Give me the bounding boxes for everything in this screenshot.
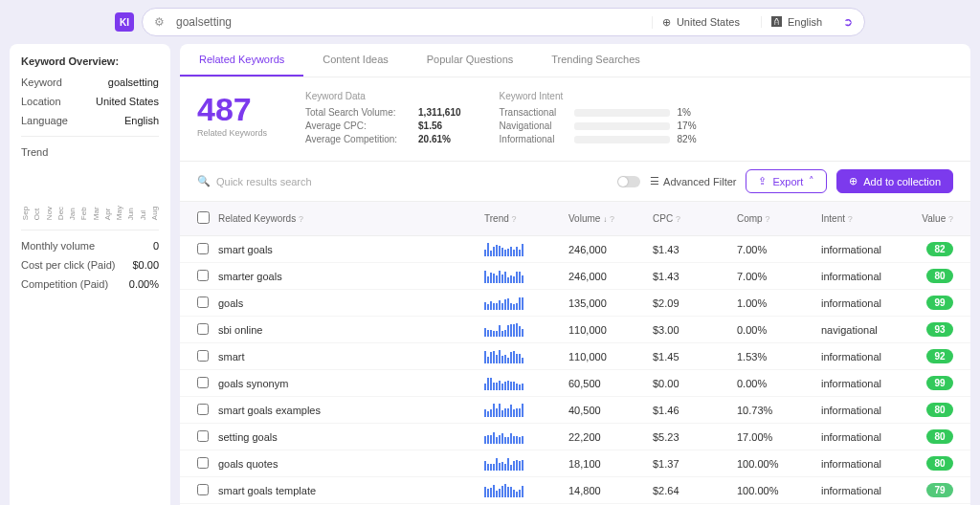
info-icon[interactable]: ? — [948, 214, 953, 224]
tab-content-ideas[interactable]: Content Ideas — [303, 44, 408, 77]
cell-intent: informational — [821, 378, 898, 389]
trend-sparkline — [484, 323, 561, 337]
trend-months: SepOctNovDecJanFebMarAprMayJunJulAug — [21, 206, 159, 220]
table-row[interactable]: goals synonym 60,500 $0.00 0.00% informa… — [180, 370, 970, 397]
cell-keyword: goals — [218, 297, 477, 309]
search-bar[interactable]: ⚙ ⊕ United States 🅰 English ➲ — [142, 8, 865, 36]
tab-related-keywords[interactable]: Related Keywords — [180, 44, 303, 77]
language-selector[interactable]: 🅰 English — [761, 16, 832, 28]
results-table[interactable]: smart goals 246,000 $1.43 7.00% informat… — [180, 236, 970, 505]
chevron-up-icon: ˄ — [809, 175, 814, 187]
table-row[interactable]: setting goals 22,200 $5.23 17.00% inform… — [180, 424, 970, 450]
value-pill: 92 — [926, 349, 953, 363]
metric-row: Monthly volume0 — [21, 240, 159, 252]
cell-cpc: $0.00 — [653, 378, 729, 389]
summary-value: 20.61% — [418, 134, 451, 144]
metric-key: Monthly volume — [21, 240, 95, 252]
col-cpc[interactable]: CPC — [653, 213, 673, 224]
cell-comp: 10.73% — [737, 405, 813, 416]
cell-keyword: goals synonym — [218, 378, 477, 389]
row-checkbox[interactable] — [197, 350, 209, 362]
info-icon[interactable]: ? — [765, 214, 769, 224]
keyword-data-title: Keyword Data — [305, 91, 461, 101]
tab-popular-questions[interactable]: Popular Questions — [408, 44, 533, 77]
col-volume[interactable]: Volume — [568, 213, 600, 224]
col-intent[interactable]: Intent — [821, 213, 845, 224]
trend-sparkline — [484, 350, 561, 363]
quick-search[interactable]: 🔍 Quick results search — [197, 175, 608, 187]
overview-row: LanguageEnglish — [21, 115, 159, 126]
row-checkbox[interactable] — [197, 296, 209, 308]
advanced-filter-label: Advanced Filter — [663, 176, 736, 187]
value-pill: 80 — [926, 456, 953, 471]
cell-volume: 246,000 — [568, 244, 645, 255]
trend-sparkline — [484, 270, 561, 283]
table-row[interactable]: smart goals template 14,800 $2.64 100.00… — [180, 477, 970, 504]
table-row[interactable]: goals 135,000 $2.09 1.00% informational … — [180, 290, 970, 317]
filter-toggle[interactable] — [617, 176, 640, 187]
language-label: English — [788, 16, 822, 28]
row-checkbox[interactable] — [197, 270, 209, 281]
row-checkbox[interactable] — [197, 430, 209, 442]
app-logo[interactable]: KI — [115, 12, 134, 32]
trend-sparkline — [484, 377, 561, 390]
info-icon[interactable]: ? — [848, 214, 853, 224]
add-icon: ⊕ — [849, 175, 858, 187]
table-row[interactable]: goals quotes 18,100 $1.37 100.00% inform… — [180, 450, 970, 477]
cell-cpc: $1.43 — [653, 244, 729, 255]
search-input[interactable] — [176, 15, 640, 29]
intent-pct: 17% — [678, 121, 706, 131]
col-comp[interactable]: Comp — [737, 213, 763, 224]
language-icon: 🅰 — [771, 16, 782, 28]
col-value[interactable]: Value — [922, 213, 946, 224]
export-label: Export — [772, 176, 803, 187]
cell-intent: informational — [821, 244, 898, 255]
summary-value: $1.56 — [418, 121, 442, 131]
submit-search-icon[interactable]: ➲ — [843, 15, 853, 29]
overview-row: Keywordgoalsetting — [21, 77, 159, 88]
info-icon[interactable]: ? — [299, 214, 303, 224]
value-pill: 79 — [926, 483, 953, 497]
filter-icon: ☰ — [650, 175, 659, 187]
add-label: Add to collection — [863, 176, 941, 187]
value-pill: 80 — [926, 429, 953, 444]
cell-volume: 246,000 — [568, 271, 645, 282]
select-all-checkbox[interactable] — [197, 211, 210, 224]
info-icon[interactable]: ? — [512, 214, 517, 224]
col-trend[interactable]: Trend — [484, 213, 509, 224]
overview-value: goalsetting — [108, 77, 159, 88]
cell-comp: 1.53% — [737, 351, 813, 362]
table-row[interactable]: sbi online 110,000 $3.00 0.00% navigatio… — [180, 317, 970, 343]
result-tabs: Related KeywordsContent IdeasPopular Que… — [180, 44, 970, 77]
value-pill: 93 — [926, 322, 953, 337]
month-label: Dec — [56, 206, 65, 220]
info-icon[interactable]: ? — [610, 214, 614, 224]
tab-trending-searches[interactable]: Trending Searches — [532, 44, 659, 77]
table-row[interactable]: smart 110,000 $1.45 1.53% informational … — [180, 343, 970, 370]
row-checkbox[interactable] — [197, 457, 209, 469]
export-button[interactable]: ⇪ Export ˄ — [746, 169, 827, 193]
cell-volume: 40,500 — [568, 405, 645, 416]
metric-value: 0.00% — [129, 278, 159, 290]
overview-value: United States — [96, 96, 159, 107]
advanced-filter[interactable]: ☰ Advanced Filter — [650, 175, 736, 187]
row-checkbox[interactable] — [197, 243, 209, 254]
sort-desc-icon[interactable]: ↓ — [603, 215, 607, 224]
export-icon: ⇪ — [758, 175, 767, 187]
row-checkbox[interactable] — [197, 377, 209, 388]
row-checkbox[interactable] — [197, 404, 209, 415]
row-checkbox[interactable] — [197, 323, 209, 335]
gear-icon: ⚙ — [154, 15, 165, 29]
month-label: Feb — [79, 206, 88, 220]
table-row[interactable]: smart goals examples 40,500 $1.46 10.73%… — [180, 397, 970, 424]
cell-keyword: sbi online — [218, 324, 477, 336]
country-selector[interactable]: ⊕ United States — [652, 16, 749, 29]
cell-intent: informational — [821, 271, 898, 282]
col-related[interactable]: Related Keywords — [218, 213, 296, 224]
info-icon[interactable]: ? — [676, 214, 680, 224]
add-to-collection-button[interactable]: ⊕ Add to collection — [836, 169, 953, 193]
table-row[interactable]: smart goals 246,000 $1.43 7.00% informat… — [180, 236, 970, 263]
summary-data-row: Average Competition:20.61% — [305, 134, 461, 144]
table-row[interactable]: smarter goals 246,000 $1.43 7.00% inform… — [180, 263, 970, 290]
row-checkbox[interactable] — [197, 484, 209, 495]
